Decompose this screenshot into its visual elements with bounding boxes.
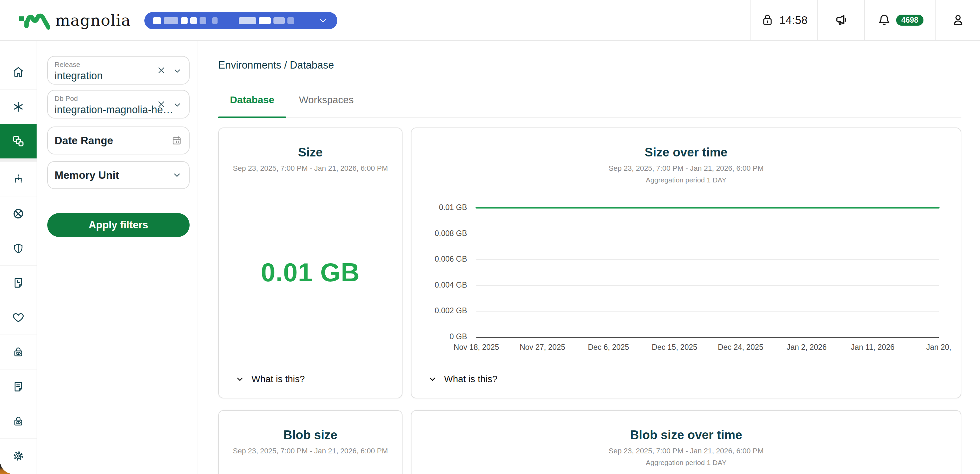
sidebar-item-services[interactable] xyxy=(0,89,37,124)
memory-unit-field[interactable]: Memory Unit xyxy=(47,161,189,189)
tab-bar-divider xyxy=(218,118,961,118)
calendar-icon xyxy=(171,135,182,146)
what-is-this-label: What is this? xyxy=(444,374,497,385)
megaphone-icon xyxy=(833,12,849,28)
file-clock-icon xyxy=(12,277,25,289)
x-axis-label: Jan 11, 2026 xyxy=(839,343,906,352)
chevron-down-icon xyxy=(235,374,245,384)
shield-icon xyxy=(12,242,25,255)
db-pod-field[interactable]: Db Pod integration-magnolia-he… xyxy=(47,90,189,118)
date-range-field[interactable]: Date Range xyxy=(47,126,189,155)
y-axis-label: 0.008 GB xyxy=(417,229,467,238)
bell-icon xyxy=(877,13,891,27)
card-title: Size over time xyxy=(412,145,961,160)
sidebar-item-secrets[interactable] xyxy=(0,335,37,369)
x-axis-label: Jan 2, 2026 xyxy=(773,343,840,352)
memory-unit-label: Memory Unit xyxy=(54,169,119,181)
user-icon xyxy=(951,13,966,27)
aggregation-period: Aggregation period 1 DAY xyxy=(412,459,961,467)
sidebar-item-network[interactable] xyxy=(0,196,37,231)
clear-icon[interactable] xyxy=(156,99,166,109)
logo-wordmark: magnolia xyxy=(55,11,131,29)
size-card: Size Sep 23, 2025, 7:00 PM - Jan 21, 202… xyxy=(218,128,402,399)
chevron-down-icon xyxy=(172,170,182,180)
y-axis-label: 0.002 GB xyxy=(417,306,467,315)
magnolia-logo: magnolia xyxy=(19,0,131,40)
notes-icon xyxy=(12,380,25,393)
redacted-block xyxy=(274,17,285,24)
x-axis-label: Jan 20, xyxy=(905,343,961,352)
session-time: 14:58 xyxy=(779,14,807,27)
topbar-actions: 14:58 4698 xyxy=(751,0,980,40)
filter-panel: Release integration Db Pod integration-m… xyxy=(37,41,198,474)
x-axis-label: Dec 24, 2025 xyxy=(707,343,774,352)
tab-database[interactable]: Database xyxy=(218,90,286,110)
notification-count-badge: 4698 xyxy=(896,14,923,26)
release-field[interactable]: Release integration xyxy=(47,56,189,85)
chevron-down-icon[interactable] xyxy=(172,100,182,110)
date-range-label: Date Range xyxy=(54,134,113,147)
card-title: Blob size over time xyxy=(412,428,961,442)
x-axis-label: Nov 18, 2025 xyxy=(443,343,510,352)
workflow-icon xyxy=(12,173,25,185)
what-is-this-expander[interactable]: What is this? xyxy=(235,374,305,385)
redacted-block xyxy=(259,17,271,24)
apply-filters-button[interactable]: Apply filters xyxy=(47,213,189,237)
y-axis-label: 0.004 GB xyxy=(417,281,467,290)
app-body: Release integration Db Pod integration-m… xyxy=(0,41,980,474)
sidebar-item-workflow[interactable] xyxy=(0,161,37,196)
x-axis-label: Dec 6, 2025 xyxy=(575,343,642,352)
sidebar-item-home[interactable] xyxy=(0,54,37,89)
card-date-range: Sep 23, 2025, 7:00 PM - Jan 21, 2026, 6:… xyxy=(412,164,961,173)
user-menu-button[interactable] xyxy=(935,0,980,40)
card-title: Blob size xyxy=(219,428,402,442)
card-date-range: Sep 23, 2025, 7:00 PM - Jan 21, 2026, 6:… xyxy=(219,164,402,173)
x-axis-label: Dec 15, 2025 xyxy=(641,343,708,352)
what-is-this-expander[interactable]: What is this? xyxy=(428,374,497,385)
sidebar-item-health[interactable] xyxy=(0,300,37,335)
y-axis-label: 0 GB xyxy=(417,332,467,341)
size-over-time-card: Size over time Sep 23, 2025, 7:00 PM - J… xyxy=(411,128,961,399)
redacted-block xyxy=(287,17,294,24)
chevron-down-icon xyxy=(428,374,438,384)
sidebar-item-security[interactable] xyxy=(0,231,37,265)
x-axis-line xyxy=(476,337,939,338)
series-line xyxy=(476,208,939,337)
chevron-down-icon[interactable] xyxy=(172,66,182,76)
redacted-block xyxy=(164,17,178,24)
what-is-this-label: What is this? xyxy=(251,374,305,385)
sidebar-item-credentials[interactable] xyxy=(0,404,37,438)
size-value: 0.01 GB xyxy=(219,257,402,287)
redacted-block xyxy=(200,17,206,24)
lock-eye-icon xyxy=(12,346,25,359)
blob-size-card: Blob size Sep 23, 2025, 7:00 PM - Jan 21… xyxy=(218,410,402,474)
environments-icon xyxy=(11,134,25,148)
card-title: Size xyxy=(219,145,402,160)
x-axis-label: Nov 27, 2025 xyxy=(509,343,576,352)
tab-workspaces[interactable]: Workspaces xyxy=(298,90,355,110)
y-axis-label: 0.006 GB xyxy=(417,255,467,263)
heart-icon xyxy=(12,311,25,324)
session-lock-timer[interactable]: 14:58 xyxy=(751,0,817,40)
sidebar-item-notes[interactable] xyxy=(0,369,37,404)
aggregation-period: Aggregation period 1 DAY xyxy=(412,176,961,184)
notifications-button[interactable]: 4698 xyxy=(864,0,935,40)
home-icon xyxy=(12,65,25,78)
sidebar xyxy=(0,41,37,474)
redacted-block xyxy=(239,17,256,24)
sidebar-item-environments[interactable] xyxy=(0,124,37,158)
card-date-range: Sep 23, 2025, 7:00 PM - Jan 21, 2026, 6:… xyxy=(219,447,402,455)
redacted-block xyxy=(153,17,161,24)
active-tab-indicator xyxy=(218,117,286,118)
redacted-block xyxy=(212,17,218,24)
sidebar-item-activity-log[interactable] xyxy=(0,265,37,300)
redacted-block xyxy=(181,17,188,24)
clear-icon[interactable] xyxy=(156,65,166,75)
lock-icon xyxy=(760,13,775,27)
card-date-range: Sep 23, 2025, 7:00 PM - Jan 21, 2026, 6:… xyxy=(412,447,961,455)
announcements-button[interactable] xyxy=(817,0,864,40)
y-axis-label: 0.01 GB xyxy=(417,203,467,212)
topbar: magnolia 14:58 xyxy=(0,0,980,41)
breadcrumb: Environments / Database xyxy=(218,59,334,71)
environment-selector-dropdown[interactable] xyxy=(144,12,337,29)
